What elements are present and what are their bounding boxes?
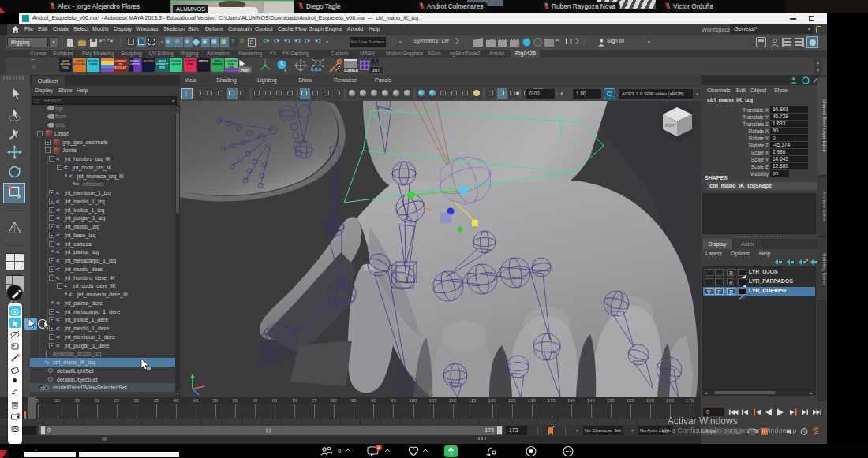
svg-text:persp: persp xyxy=(430,389,443,395)
svg-text:RIGHT: RIGHT xyxy=(665,124,676,128)
svg-text:9: 9 xyxy=(338,448,342,455)
svg-text:x: x xyxy=(284,67,287,73)
